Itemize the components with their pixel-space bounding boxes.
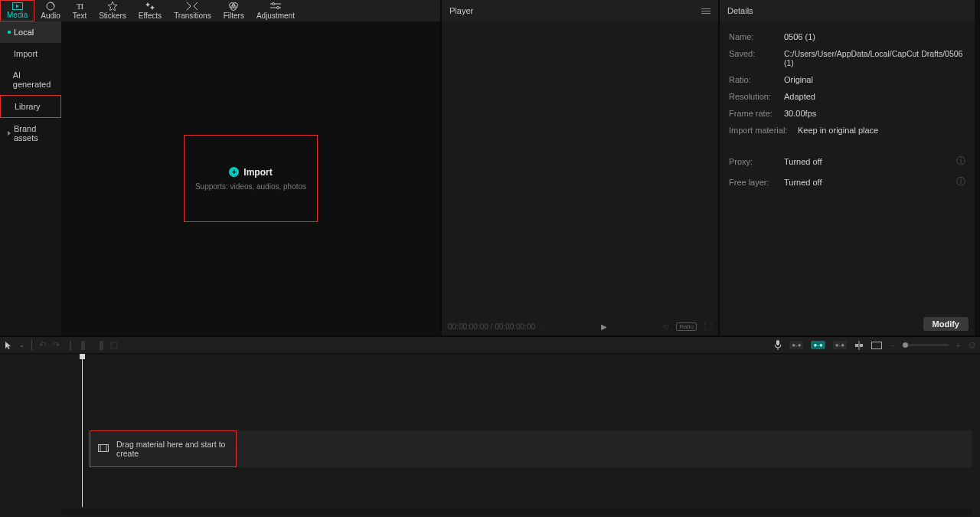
mic-icon[interactable]	[774, 340, 782, 350]
tab-media-label: Media	[7, 11, 28, 19]
sidebar-library-label: Library	[15, 102, 41, 111]
tab-audio[interactable]: Audio	[34, 0, 67, 21]
align-icon[interactable]	[854, 341, 864, 350]
top-tabs: Media Audio TI Text Stickers Effects	[0, 0, 440, 21]
svg-rect-18	[872, 342, 882, 348]
modify-button[interactable]: Modify	[923, 317, 969, 331]
detail-framerate: Frame rate:30.00fps	[729, 106, 965, 121]
fullscreen-icon[interactable]: ⛶	[704, 322, 712, 331]
svg-point-7	[272, 3, 274, 5]
effects-icon	[145, 2, 155, 11]
detail-saved: Saved:C:/Users/User/AppData/Local/CapCut…	[729, 46, 965, 70]
delete-left-icon[interactable]	[81, 341, 89, 350]
filters-icon	[229, 2, 238, 11]
player-panel: Player 00:00:00:00 / 00:00:00:00 ◇ ▶ ⟲ R…	[440, 0, 720, 335]
timeline: Drag material here and start to create	[0, 354, 980, 517]
media-sidebar: Local Import AI generated Library Brand …	[0, 21, 61, 335]
clip-icon	[98, 444, 109, 453]
timeline-dropzone[interactable]: Drag material here and start to create	[90, 430, 237, 467]
pointer-icon[interactable]	[5, 341, 12, 350]
player-timecode: 00:00:00:00 / 00:00:00:00	[448, 322, 535, 331]
preview-icon[interactable]	[871, 342, 882, 349]
delete-icon[interactable]	[110, 342, 118, 349]
text-icon: TI	[77, 2, 83, 11]
sidebar-item-ai[interactable]: AI generated	[0, 64, 61, 95]
ratio-button[interactable]: Ratio	[676, 322, 697, 331]
zoom-slider[interactable]	[903, 344, 949, 346]
tab-filters[interactable]: Filters	[217, 0, 250, 21]
detail-name: Name:0506 (1)	[729, 29, 965, 44]
tab-transitions-label: Transitions	[174, 11, 211, 20]
tab-adjustment-label: Adjustment	[256, 11, 295, 20]
info-icon[interactable]: ⓘ	[956, 155, 965, 168]
tab-text-label: Text	[73, 11, 87, 20]
detail-resolution: Resolution:Adapted	[729, 89, 965, 104]
tab-media[interactable]: Media	[0, 0, 34, 21]
zoom-level-3[interactable]: ●-●	[833, 341, 847, 349]
import-label: Import	[243, 167, 272, 178]
player-small-icon[interactable]: ◇	[540, 322, 546, 331]
tab-effects[interactable]: Effects	[132, 0, 168, 21]
player-title: Player	[449, 6, 473, 15]
detail-ratio: Ratio:Original	[729, 72, 965, 87]
sidebar-import-label: Import	[14, 49, 38, 58]
import-dropzone[interactable]: + Import Supports: videos, audios, photo…	[184, 135, 318, 222]
sidebar-item-import[interactable]: Import	[0, 43, 61, 64]
zoom-out-icon[interactable]: −	[890, 341, 894, 350]
tab-filters-label: Filters	[224, 11, 244, 20]
detail-import-material: Import material:Keep in original place	[729, 123, 965, 138]
timeline-drop-text: Drag material here and start to create	[116, 440, 228, 458]
zoom-level-1[interactable]: ●-●	[789, 341, 803, 349]
sidebar-item-library[interactable]: Library	[0, 95, 61, 118]
tab-stickers-label: Stickers	[99, 11, 126, 20]
sidebar-local-label: Local	[14, 28, 34, 37]
tab-effects-label: Effects	[139, 11, 162, 20]
tab-stickers[interactable]: Stickers	[93, 0, 132, 21]
import-subtext: Supports: videos, audios, photos	[195, 182, 306, 191]
details-panel: Details Name:0506 (1) Saved:C:/Users/Use…	[720, 0, 975, 335]
detail-proxy: Proxy:Turned offⓘ	[729, 152, 965, 171]
info-icon[interactable]: ⓘ	[956, 175, 965, 188]
tab-audio-label: Audio	[41, 11, 60, 20]
player-menu-icon[interactable]	[701, 8, 710, 14]
timeline-toolbar: ⌄ ↶ ↷ ●-● ●-● ●-● − + ⊙	[0, 335, 980, 354]
adjustment-icon	[270, 2, 281, 11]
details-title: Details	[727, 6, 753, 15]
plus-icon: +	[229, 167, 239, 177]
expand-icon	[8, 131, 11, 136]
sidebar-item-brand[interactable]: Brand assets	[0, 118, 61, 149]
playhead[interactable]	[82, 354, 83, 507]
svg-rect-10	[70, 341, 71, 350]
svg-rect-12	[100, 341, 103, 350]
sidebar-brand-label: Brand assets	[14, 124, 54, 142]
stickers-icon	[108, 2, 117, 11]
svg-rect-16	[855, 344, 858, 347]
play-icon[interactable]: ▶	[601, 322, 607, 331]
pointer-chevron-icon[interactable]: ⌄	[19, 342, 24, 348]
sidebar-item-local[interactable]: Local	[0, 21, 61, 43]
timeline-scrollbar[interactable]	[61, 509, 972, 515]
svg-rect-17	[860, 344, 863, 347]
svg-rect-13	[111, 342, 117, 348]
audio-icon	[46, 2, 55, 11]
zoom-level-2[interactable]: ●-●	[811, 341, 825, 349]
svg-point-9	[276, 7, 279, 9]
tab-text[interactable]: TI Text	[67, 0, 93, 21]
player-viewport	[442, 21, 718, 317]
svg-rect-14	[776, 340, 779, 345]
delete-right-icon[interactable]	[96, 341, 103, 350]
sidebar-ai-label: AI generated	[13, 70, 54, 89]
split-icon[interactable]	[67, 341, 74, 350]
redo-icon[interactable]: ↷	[53, 340, 60, 350]
svg-rect-11	[81, 341, 85, 350]
tab-transitions[interactable]: Transitions	[168, 0, 217, 21]
transitions-icon	[187, 2, 198, 11]
zoom-in-icon[interactable]: +	[956, 341, 961, 350]
undo-icon[interactable]: ↶	[39, 340, 46, 350]
detail-free-layer: Free layer:Turned offⓘ	[729, 172, 965, 191]
snapshot-icon[interactable]: ⟲	[662, 322, 668, 331]
svg-rect-19	[99, 445, 109, 452]
fit-icon[interactable]: ⊙	[969, 340, 975, 350]
svg-marker-1	[16, 5, 19, 8]
tab-adjustment[interactable]: Adjustment	[250, 0, 301, 21]
